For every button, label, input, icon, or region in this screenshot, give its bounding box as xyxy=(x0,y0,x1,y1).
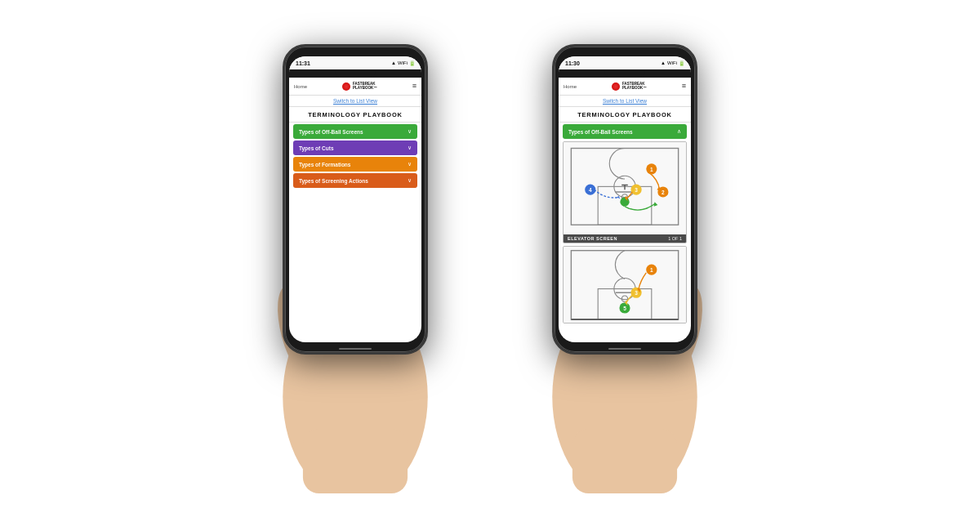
accordion-label-2: Types of Formations xyxy=(299,162,350,167)
court-label: ELEVATOR SCREEN xyxy=(568,236,617,241)
app-nav-right: Home FASTBREAK PLAYBOOK™ ≡ xyxy=(559,78,691,96)
accordion-label-3: Types of Screening Actions xyxy=(299,178,368,184)
accordion-item-3[interactable]: Types of Screening Actions ∨ xyxy=(293,173,417,188)
court-svg-2: 1 3 5 xyxy=(564,247,686,323)
svg-text:5: 5 xyxy=(623,305,626,310)
svg-text:4: 4 xyxy=(589,187,592,193)
logo-ball-right xyxy=(612,83,620,91)
svg-text:1: 1 xyxy=(650,266,653,272)
court-diagram-2: 1 3 5 xyxy=(563,246,687,324)
chevron-down-icon-1: ∨ xyxy=(408,145,412,151)
status-icons-right: ▲ WiFi 🔋 xyxy=(661,60,684,66)
app-nav-left: Home FASTBREAK PLAYBOOK™ ≡ xyxy=(289,78,421,96)
svg-text:3: 3 xyxy=(635,290,638,296)
logo-text-left: FASTBREAK PLAYBOOK™ xyxy=(353,83,377,91)
court-footer-1: ELEVATOR SCREEN 1 OF 1 xyxy=(564,234,686,243)
left-screen: 11:31 ▲ WiFi 🔋 Home xyxy=(289,56,421,342)
left-phone-group: 11:31 ▲ WiFi 🔋 Home xyxy=(253,20,457,493)
svg-text:1: 1 xyxy=(650,167,653,172)
nav-home-right: Home xyxy=(564,84,577,89)
svg-point-25 xyxy=(620,198,629,207)
nav-home-left: Home xyxy=(294,84,307,89)
svg-rect-6 xyxy=(303,429,408,493)
home-indicator-right xyxy=(608,348,641,350)
svg-text:2: 2 xyxy=(662,190,665,195)
chevron-down-icon-2: ∨ xyxy=(408,161,412,167)
status-bar-right: 11:30 ▲ WiFi 🔋 xyxy=(559,56,691,69)
status-icons-left: ▲ WiFi 🔋 xyxy=(391,60,415,66)
accordion-label-0: Types of Off-Ball Screens xyxy=(299,129,363,135)
playbook-title-left: TERMINOLOGY PLAYBOOK xyxy=(289,107,421,123)
logo-text-right: FASTBREAK PLAYBOOK™ xyxy=(622,83,647,91)
hamburger-right[interactable]: ≡ xyxy=(682,83,686,90)
status-bar-left: 11:31 ▲ WiFi 🔋 xyxy=(289,56,421,69)
time-left: 11:31 xyxy=(296,60,310,66)
court-count: 1 OF 1 xyxy=(668,236,682,241)
logo-ball-left xyxy=(342,83,350,91)
accordion-item-2[interactable]: Types of Formations ∨ xyxy=(293,157,417,172)
expanded-section-header[interactable]: Types of Off-Ball Screens ∧ xyxy=(563,124,687,139)
right-phone-group: 11:30 ▲ WiFi 🔋 Home xyxy=(523,20,727,493)
nav-logo-right: FASTBREAK PLAYBOOK™ xyxy=(612,83,647,91)
right-phone-frame: 11:30 ▲ WiFi 🔋 Home xyxy=(552,44,697,355)
court-diagram-1: 1 2 3 4 xyxy=(563,141,687,243)
chevron-down-icon-0: ∨ xyxy=(408,128,412,135)
svg-text:3: 3 xyxy=(635,187,638,193)
switch-btn-right[interactable]: Switch to List View xyxy=(559,96,691,107)
scene: 11:31 ▲ WiFi 🔋 Home xyxy=(0,0,980,513)
switch-btn-left[interactable]: Switch to List View xyxy=(289,96,421,107)
hamburger-left[interactable]: ≡ xyxy=(412,83,416,90)
right-screen: 11:30 ▲ WiFi 🔋 Home xyxy=(559,56,691,342)
left-phone-frame: 11:31 ▲ WiFi 🔋 Home xyxy=(283,44,428,355)
expanded-label: Types of Off-Ball Screens xyxy=(568,129,633,135)
playbook-title-right: TERMINOLOGY PLAYBOOK xyxy=(559,107,691,123)
time-right: 11:30 xyxy=(565,60,580,66)
court-svg-1: 1 2 3 4 xyxy=(564,142,686,234)
svg-rect-53 xyxy=(572,429,677,493)
chevron-down-icon-3: ∨ xyxy=(408,177,412,184)
notch-left xyxy=(289,69,421,78)
chevron-up-icon: ∧ xyxy=(677,128,681,135)
accordion-label-1: Types of Cuts xyxy=(299,145,334,151)
accordion-item-1[interactable]: Types of Cuts ∨ xyxy=(293,141,417,155)
nav-logo-left: FASTBREAK PLAYBOOK™ xyxy=(342,83,377,91)
home-indicator-left xyxy=(339,348,372,350)
notch-right xyxy=(559,69,691,78)
accordion-item-0[interactable]: Types of Off-Ball Screens ∨ xyxy=(293,124,417,139)
